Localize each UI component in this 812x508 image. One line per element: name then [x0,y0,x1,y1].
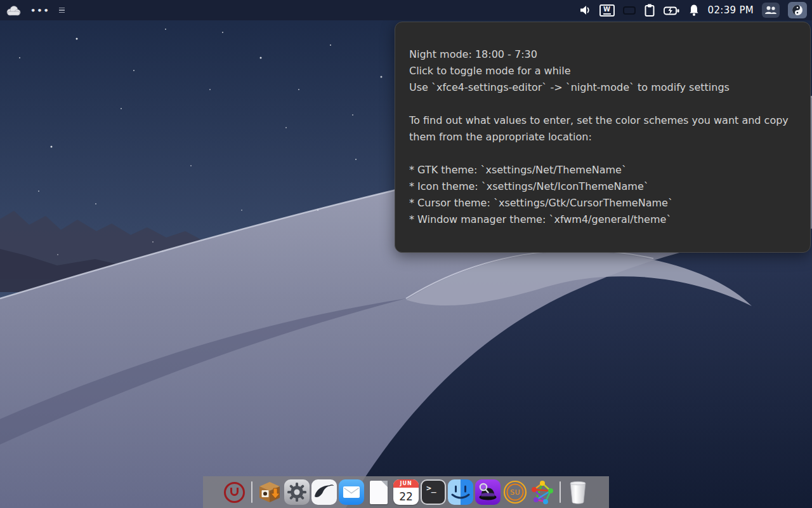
dock-item-badger-browser[interactable] [311,479,337,505]
distro-cloud-logo-icon[interactable] [5,5,22,16]
dock-item-su-rings-app[interactable]: SU [502,479,528,505]
envelope-icon [343,486,360,498]
panel-clock[interactable]: 02:39 PM [708,4,754,16]
night-mode-tooltip: Night mode: 18:00 - 7:30 Click to toggle… [395,22,811,253]
finder-face-icon [448,479,473,505]
calendar-day: 22 [393,488,419,505]
gear-icon [284,479,310,505]
dock: JUN 22 >_ SU [203,476,609,508]
document-page-icon [370,481,388,504]
trash-icon [565,479,591,505]
users-button[interactable] [762,3,780,18]
calendar-month: JUN [393,479,419,488]
panel-left-group: ••• [5,5,65,16]
network-graph-icon [530,479,555,505]
bowler-hat-magnifier-icon [475,479,501,505]
workrave-label: W [603,6,610,13]
top-panel: ••• W [0,0,812,20]
red-ring-u-icon [224,482,245,503]
dock-separator [251,481,252,503]
display-frame-icon[interactable] [623,6,636,15]
panel-dots-menu[interactable]: ••• [30,6,50,15]
battery-charging-icon[interactable] [664,4,680,17]
clipboard-icon[interactable] [644,3,655,17]
panel-tray-group: W 02:39 PM [580,2,807,18]
dock-item-finder[interactable] [448,479,473,505]
tooltip-text: Night mode: 18:00 - 7:30 Click to toggle… [395,22,810,228]
users-icon [764,6,777,15]
dock-separator [560,481,561,503]
su-label: SU [510,488,520,497]
dock-item-package-installer[interactable] [257,479,282,505]
dock-item-calendar[interactable]: JUN 22 [393,479,419,505]
dock-item-system-settings[interactable] [284,479,310,505]
dock-item-red-ring-launcher[interactable] [221,479,247,505]
hamburger-menu-icon[interactable] [59,8,65,13]
notifications-bell-icon[interactable] [688,4,700,17]
dock-item-terminal[interactable]: >_ [421,479,446,505]
workrave-check-icon[interactable]: W [599,4,615,17]
dock-item-documents[interactable] [366,479,391,505]
dock-item-network-graph-app[interactable] [530,479,555,505]
terminal-prompt-glyph: >_ [426,483,436,493]
yin-yang-icon [792,4,803,16]
dock-item-trash[interactable] [565,479,591,505]
dock-item-search-hat-tool[interactable] [475,479,501,505]
volume-icon[interactable] [580,4,591,16]
dock-item-mail[interactable] [339,479,364,505]
badger-swoosh-icon [311,479,337,505]
package-box-icon [257,479,282,505]
night-mode-button[interactable] [788,2,807,18]
calendar-icon: JUN 22 [393,479,419,505]
